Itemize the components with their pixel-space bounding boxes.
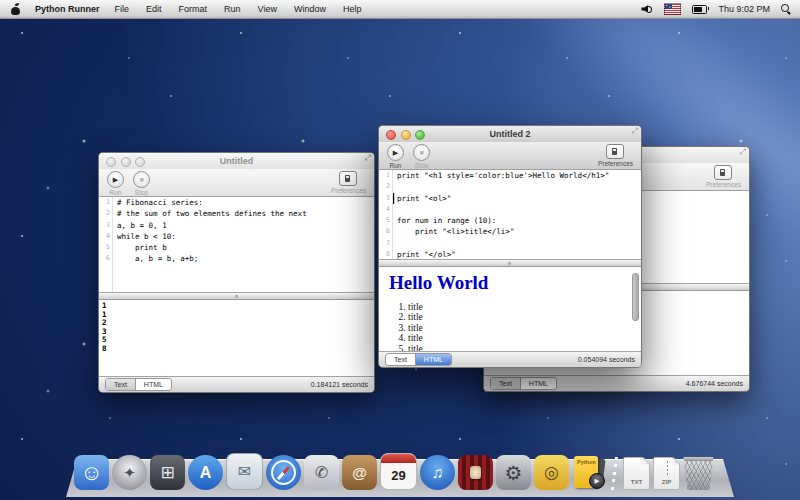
dock-item-trash[interactable] xyxy=(683,457,714,490)
code-text: print "<h1 style='color:blue'>Hello Worl… xyxy=(393,170,609,181)
dock-item-finder[interactable]: ☺ xyxy=(74,455,109,490)
window-untitled-2[interactable]: Untitled 2 ⤢ ▶ Run ■ Stop Preferences 1 xyxy=(378,125,642,368)
dock-item-launchpad[interactable]: ✦ xyxy=(112,455,147,490)
dock-item-itunes[interactable]: ♫ xyxy=(420,455,455,490)
close-button[interactable] xyxy=(106,157,116,167)
calendar-icon: 29 xyxy=(391,468,405,483)
dock-item-photo-booth[interactable] xyxy=(458,455,493,490)
text-mode-button[interactable]: Text xyxy=(386,354,415,365)
preferences-label: Preferences xyxy=(598,160,633,167)
code-line: 2 # the sum of two elements defines the … xyxy=(99,208,374,219)
dock-item-facetime[interactable]: ✆ xyxy=(304,455,339,490)
dock-item-address-book[interactable]: @ xyxy=(342,455,377,490)
menu-list: FileEditFormatRunViewWindowHelp xyxy=(115,4,362,14)
input-language-flag-icon[interactable] xyxy=(664,3,681,15)
dock-item-safari[interactable] xyxy=(266,455,301,490)
code-line: 6 print "<li>title</li>" xyxy=(379,226,641,237)
close-button[interactable] xyxy=(386,130,396,140)
dock-item-system-preferences[interactable]: ⚙ xyxy=(496,455,531,490)
run-button[interactable]: ▶ Run xyxy=(387,144,404,169)
app-menu-title[interactable]: Python Runner xyxy=(35,4,100,14)
code-line: 4 xyxy=(379,204,641,215)
preferences-button[interactable]: Preferences xyxy=(706,165,741,188)
html-mode-button[interactable]: HTML xyxy=(415,354,451,365)
minimize-button[interactable] xyxy=(121,157,131,167)
app-store-icon: A xyxy=(200,464,212,482)
preferences-button[interactable]: Preferences xyxy=(331,171,366,194)
code-editor[interactable]: 1 # Fibonacci series: 2 # the sum of two… xyxy=(99,197,374,292)
line-number: 5 xyxy=(379,215,393,226)
window-untitled[interactable]: Untitled ⤢ ▶ Run ■ Stop Preferences 1 xyxy=(98,152,375,393)
run-icon: ▶ xyxy=(387,144,404,161)
mission-control-icon: ⊞ xyxy=(160,462,174,483)
window-title: Untitled 2 xyxy=(489,129,530,139)
output-scrollbar[interactable] xyxy=(632,273,639,321)
resize-corner-icon[interactable]: ⤢ xyxy=(365,154,371,162)
battery-icon[interactable] xyxy=(692,5,707,14)
menu-item[interactable]: Format xyxy=(179,4,208,14)
titlebar[interactable]: Untitled 2 ⤢ xyxy=(379,126,641,142)
spotlight-icon[interactable] xyxy=(781,4,791,14)
text-mode-button[interactable]: Text xyxy=(106,379,135,390)
menu-item[interactable]: Help xyxy=(343,4,362,14)
code-line: 7 xyxy=(379,238,641,249)
address-book-icon: @ xyxy=(352,464,367,481)
play-badge-icon: ▶ xyxy=(589,473,605,489)
output-list-item: title xyxy=(408,344,641,351)
zoom-button[interactable] xyxy=(415,130,425,140)
zoom-button[interactable] xyxy=(135,157,145,167)
line-number: 1 xyxy=(99,197,113,208)
output-list-item: title xyxy=(408,323,641,333)
finder-icon: ☺ xyxy=(80,460,102,486)
code-line: 1 # Fibonacci series: xyxy=(99,197,374,208)
menu-item[interactable]: Run xyxy=(224,4,241,14)
pane-splitter[interactable] xyxy=(99,292,374,300)
preview-icon: ◎ xyxy=(544,462,559,483)
code-text xyxy=(393,181,397,192)
code-line: 6 a, b = b, a+b; xyxy=(99,253,374,264)
dock-item-txt-file[interactable]: TXT xyxy=(623,457,650,490)
line-number: 8 xyxy=(379,249,393,259)
menu-bar: Python Runner FileEditFormatRunViewWindo… xyxy=(0,0,800,19)
menubar-clock[interactable]: Thu 9:02 PM xyxy=(718,4,770,14)
dock-item-python-runner[interactable]: Python ▶ xyxy=(572,455,606,490)
gutter-divider xyxy=(392,170,393,259)
code-text xyxy=(393,238,397,249)
volume-icon[interactable] xyxy=(641,4,653,14)
text-mode-button[interactable]: Text xyxy=(491,378,520,389)
itunes-icon: ♫ xyxy=(432,464,444,482)
traffic-lights xyxy=(106,157,145,167)
python-runner-label: Python xyxy=(577,459,596,465)
dock-item-mission-control[interactable]: ⊞ xyxy=(150,455,185,490)
txt-file-icon: TXT xyxy=(631,479,642,485)
menu-item[interactable]: Window xyxy=(294,4,326,14)
status-bar: Text HTML 0.054094 seconds xyxy=(379,351,641,367)
preferences-button[interactable]: Preferences xyxy=(598,144,633,167)
dock-item-ical[interactable]: 29 xyxy=(380,453,417,490)
line-number: 1 xyxy=(379,170,393,181)
resize-corner-icon[interactable]: ⤢ xyxy=(740,148,746,156)
minimize-button[interactable] xyxy=(401,130,411,140)
menu-item[interactable]: View xyxy=(258,4,277,14)
output-ordered-list: titletitletitletitletitletitle xyxy=(393,302,641,351)
pane-splitter[interactable] xyxy=(379,259,641,267)
html-mode-button[interactable]: HTML xyxy=(135,379,171,390)
code-line: 5 for num in range (10): xyxy=(379,215,641,226)
desktop-screen: Python Runner FileEditFormatRunViewWindo… xyxy=(0,0,800,500)
menu-item[interactable]: File xyxy=(115,4,130,14)
stop-button[interactable]: ■ Stop xyxy=(413,144,430,169)
html-mode-button[interactable]: HTML xyxy=(520,378,556,389)
dock-item-zip-file[interactable]: ZIP xyxy=(653,457,680,490)
menu-item[interactable]: Edit xyxy=(146,4,162,14)
dock-item-mail[interactable]: ✉ xyxy=(226,453,263,490)
code-editor[interactable]: 1 print "<h1 style='color:blue'>Hello Wo… xyxy=(379,170,641,259)
resize-corner-icon[interactable]: ⤢ xyxy=(632,127,638,135)
code-text: for num in range (10): xyxy=(393,215,496,226)
stop-button[interactable]: ■ Stop xyxy=(133,171,150,196)
dock-item-app-store[interactable]: A xyxy=(188,455,223,490)
menu-extras: Thu 9:02 PM xyxy=(641,3,800,15)
apple-menu-icon[interactable] xyxy=(11,3,21,15)
dock-item-preview[interactable]: ◎ xyxy=(534,455,569,490)
titlebar[interactable]: Untitled ⤢ xyxy=(99,153,374,169)
run-button[interactable]: ▶ Run xyxy=(107,171,124,196)
